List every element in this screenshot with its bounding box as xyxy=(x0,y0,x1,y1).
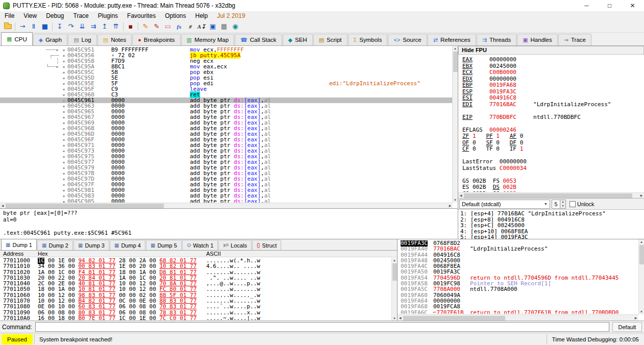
tab-memory-map[interactable]: ▥Memory Map xyxy=(181,34,235,45)
menu-trace[interactable]: Trace xyxy=(69,12,93,19)
scroll-up-arrow[interactable]: ▲ xyxy=(639,239,644,244)
window-layout-button[interactable]: ▣ xyxy=(207,21,218,32)
stack-vertical-scrollbar[interactable]: ▲ ▼ xyxy=(638,239,644,314)
tab-dump-2[interactable]: ▦Dump 2 xyxy=(37,240,73,250)
breakpoint-dot[interactable]: ● xyxy=(60,47,67,53)
highlight-button[interactable]: ▭ xyxy=(162,21,174,32)
scroll-right-arrow[interactable]: ▶ xyxy=(448,203,453,208)
breakpoint-dot[interactable]: ● xyxy=(60,86,67,92)
breakpoint-dot[interactable]: ● xyxy=(60,114,67,120)
stack-row[interactable]: 0019FA4077016BAC"LdrpInitializeProcess" xyxy=(401,246,637,252)
stack-row[interactable]: 0019FA5C7708A000ntdll.7708A000 xyxy=(401,286,637,292)
labels-button[interactable]: # xyxy=(185,21,196,32)
execute-till-return-button[interactable]: ↥ xyxy=(99,21,110,32)
menu-options[interactable]: Options xyxy=(160,12,190,19)
tab-symbols[interactable]: ΣSymbols xyxy=(348,34,388,45)
calling-convention-select[interactable]: Default (stdcall) ▼ xyxy=(459,200,550,209)
command-input[interactable] xyxy=(35,322,609,332)
breakpoint-dot[interactable]: ● xyxy=(60,53,67,58)
tab-dump-3[interactable]: ▦Dump 3 xyxy=(73,240,109,250)
registers-horizontal-scrollbar[interactable]: ◀ ▶ xyxy=(458,192,644,198)
breakpoint-dot[interactable]: ● xyxy=(60,126,67,131)
scroll-thumb[interactable] xyxy=(392,263,397,281)
stack-row[interactable]: 0019FA6C⌐7707F61Breturn to ntdll.7707F61… xyxy=(401,310,637,314)
breakpoint-dot[interactable]: ● xyxy=(60,69,67,75)
step-over-button[interactable]: ↷ xyxy=(65,21,77,32)
breakpoint-dot[interactable]: ● xyxy=(60,154,67,159)
tab-source[interactable]: <>Source xyxy=(388,34,427,45)
breakpoint-dot[interactable]: ● xyxy=(60,97,67,103)
breakpoint-dot[interactable]: ● xyxy=(60,120,67,126)
scroll-thumb[interactable] xyxy=(453,52,458,72)
preferences-button[interactable]: ◉ xyxy=(230,21,241,32)
stop-button[interactable]: ■ xyxy=(39,21,51,32)
breakpoint-dot[interactable]: ● xyxy=(60,159,67,165)
arg-count-stepper[interactable]: 5 ▲▼ xyxy=(552,200,566,209)
breakpoint-dot[interactable]: ● xyxy=(60,182,67,187)
step-into-button[interactable]: ↧ xyxy=(54,21,65,32)
breakpoint-dot[interactable]: ● xyxy=(60,64,67,69)
scroll-thumb[interactable] xyxy=(403,316,505,321)
tab-call-stack[interactable]: ☎Call Stack xyxy=(235,34,282,45)
register-line[interactable]: LastStatus C0000034 xyxy=(462,165,643,172)
run-to-user-code-button[interactable]: ⇈ xyxy=(110,21,121,32)
menu-file[interactable]: File xyxy=(0,12,19,19)
breakpoint-dot[interactable]: ● xyxy=(60,131,67,137)
scroll-right-arrow[interactable]: ▶ xyxy=(633,315,638,321)
breakpoint-dot[interactable]: ● xyxy=(60,176,67,182)
tab-locals[interactable]: x=Locals xyxy=(218,240,252,250)
breakpoint-dot[interactable]: ● xyxy=(60,58,67,64)
goto-expression-button[interactable]: fx xyxy=(174,21,185,32)
breakpoint-dot[interactable]: ● xyxy=(60,137,67,142)
patch-button[interactable]: ✎ xyxy=(140,21,151,32)
breakpoint-dot[interactable]: ● xyxy=(60,187,67,193)
tab-graph[interactable]: ◈Graph xyxy=(33,34,67,45)
open-file-button[interactable] xyxy=(2,21,13,32)
dump-vertical-scrollbar[interactable]: ▲ ▼ xyxy=(391,258,397,321)
breakpoints-button[interactable]: ▪ xyxy=(125,21,136,32)
register-line[interactable]: EDI 77016BAC "LdrpInitializeProcess" xyxy=(462,102,643,108)
scroll-down-arrow[interactable]: ▼ xyxy=(453,198,458,203)
scroll-down-arrow[interactable]: ▼ xyxy=(639,309,644,314)
scroll-left-arrow[interactable]: ◀ xyxy=(0,203,5,208)
tab-script[interactable]: ▤Script xyxy=(313,34,348,45)
tab-handles[interactable]: ▣Handles xyxy=(517,34,558,45)
breakpoint-dot[interactable]: ● xyxy=(60,81,67,86)
disasm-horizontal-scrollbar[interactable]: ◀ ▶ xyxy=(0,203,453,208)
tab-breakpoints[interactable]: ●Breakpoints xyxy=(132,34,180,45)
restart-button[interactable]: → xyxy=(17,21,28,32)
tab-watch-1[interactable]: ⊙Watch 1 xyxy=(182,240,218,250)
trace-into-button[interactable]: ⇊ xyxy=(77,21,88,32)
menu-plugins[interactable]: Plugins xyxy=(93,12,122,19)
menu-view[interactable]: View xyxy=(19,12,41,19)
trace-over-button[interactable]: ⇉ xyxy=(88,21,99,32)
scroll-left-arrow[interactable]: ◀ xyxy=(458,193,463,198)
tab-trace[interactable]: ⇝Trace xyxy=(558,34,591,45)
menu-help[interactable]: Help xyxy=(191,12,213,19)
tab-references[interactable]: ⇄References xyxy=(428,34,476,45)
arg-row[interactable]: 5: [esp+14] 0019FA3C xyxy=(460,234,642,239)
pause-button[interactable]: Ⅱ xyxy=(28,21,39,32)
arg-row[interactable]: 3: [esp+C] 00245000 xyxy=(460,223,642,229)
scroll-up-arrow[interactable]: ▲ xyxy=(392,258,397,263)
stepper-down-icon[interactable]: ▼ xyxy=(560,204,565,208)
tab-dump-5[interactable]: ▦Dump 5 xyxy=(146,240,182,250)
breakpoint-dot[interactable]: ● xyxy=(60,170,67,176)
breakpoint-dot[interactable]: ● xyxy=(60,103,67,109)
register-line[interactable]: EIP 770BDBFC ntdll.770BDBFC xyxy=(462,114,643,121)
menu-debug[interactable]: Debug xyxy=(41,12,68,19)
tab-struct[interactable]: {}Struct xyxy=(252,240,281,250)
calculator-button[interactable]: ▦ xyxy=(218,21,230,32)
tab-dump-4[interactable]: ▦Dump 4 xyxy=(110,240,145,250)
tab-seh[interactable]: ◆SEH xyxy=(283,34,313,45)
unlock-checkbox[interactable] xyxy=(569,201,576,207)
minimize-button[interactable]: ─ xyxy=(575,0,598,11)
breakpoint-dot[interactable]: ● xyxy=(60,199,67,203)
tab-threads[interactable]: ⇉Threads xyxy=(477,34,516,45)
arg-row[interactable]: 1: [esp+4] 77016BAC "LdrpInitializeProce… xyxy=(460,211,642,217)
register-line[interactable]: CS 0023 SS 002B xyxy=(462,191,643,192)
breakpoint-dot[interactable]: ● xyxy=(60,148,67,154)
disasm-row[interactable]: ●0045C9850000add byte ptr ds:[eax],al xyxy=(0,199,452,203)
breakpoint-dot[interactable]: ● xyxy=(60,193,67,199)
comment-button[interactable]: ✎ xyxy=(151,21,162,32)
